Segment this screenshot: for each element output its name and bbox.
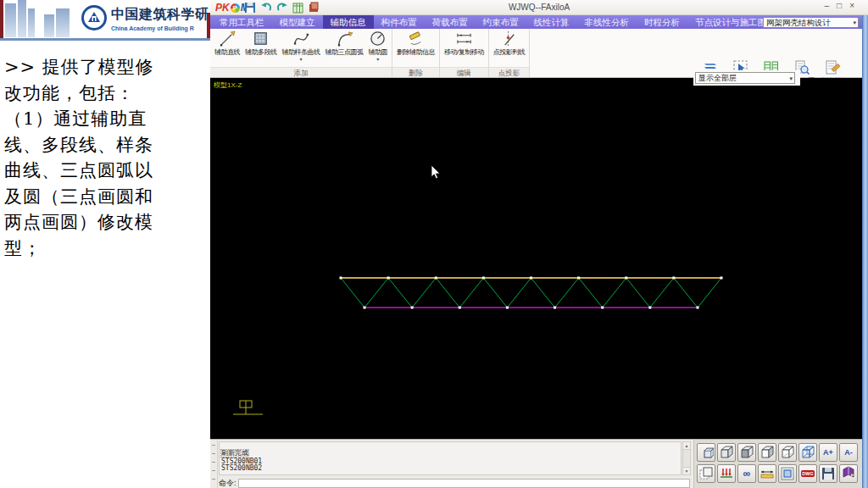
ruler-icon [760, 466, 775, 481]
save-button[interactable] [244, 2, 256, 14]
button-label: 移动/复制移动 [444, 47, 484, 57]
command-row: 命令: [219, 478, 690, 488]
slide-text-line: 及圆（三点画圆和 [4, 184, 210, 210]
group-label-edit: 编辑 [440, 67, 488, 77]
log-line: 刷新完成 [221, 450, 248, 457]
measure-button[interactable] [758, 464, 776, 483]
logo-letter: K [222, 2, 230, 14]
tab-nonlinear-analysis[interactable]: 非线性分析 [577, 15, 637, 29]
font-increase-button[interactable]: A+ [819, 443, 837, 462]
view-side-button[interactable] [758, 443, 776, 462]
group-label-add: 添加 [210, 67, 392, 77]
tab-load-layout[interactable]: 荷载布置 [425, 15, 476, 29]
axon-small-button[interactable] [697, 443, 715, 462]
button-label: 辅助三点圆弧 [326, 47, 364, 57]
statistics-query-icon [824, 59, 841, 76]
pkpm-window: P K P M WJWQ--FAxiloA – □ [210, 0, 868, 488]
cube-transparent-icon [800, 445, 815, 460]
command-input[interactable] [238, 479, 690, 488]
layer-select-value: 显示全部层 [698, 74, 737, 82]
scroll-down-icon[interactable]: ▼ [683, 467, 690, 474]
aux-spline-icon [292, 30, 310, 47]
button-label: 点投影到线 [493, 47, 526, 57]
font-decrease-button[interactable]: A- [839, 443, 858, 462]
view-perspective-button[interactable] [798, 443, 817, 462]
slide-text-line: 曲线、三点圆弧以 [4, 158, 210, 184]
view-toolbar: A+ A- ∞ DWG [693, 439, 862, 488]
delete-aux-info-button[interactable]: 删除辅助信息 [394, 30, 437, 57]
dwg-export-button[interactable]: DWG [798, 464, 817, 483]
aux-polyline-button[interactable]: 辅助多段线 [242, 30, 280, 57]
group-projection: 点投影到线 点投影 [489, 29, 531, 77]
brand-name-cn: 中国建筑科学研 [111, 6, 210, 24]
aux-circle-button[interactable]: 辅助圆 ▾ [366, 30, 391, 63]
logo-pinwheel-icon: P [231, 3, 240, 13]
tab-auxiliary-info[interactable]: 辅助信息 [323, 15, 374, 29]
aux-line-icon [219, 30, 236, 47]
button-label: 辅助样条曲线 [282, 47, 320, 57]
move-copy-button[interactable]: 移动/复制移动 [442, 30, 487, 57]
chevron-down-icon[interactable]: ▾ [299, 57, 302, 63]
viewport-icon [780, 466, 795, 481]
view-iso-button[interactable] [778, 443, 797, 462]
group-add: 辅助直线 辅助多段线 辅助样条曲线 ▾ 辅助三点圆弧 [210, 29, 392, 77]
tab-common-tools[interactable]: 常用工具栏 [212, 15, 272, 29]
aux-spline-button[interactable]: 辅助样条曲线 ▾ [280, 30, 323, 63]
tab-constraint-layout[interactable]: 约束布置 [476, 15, 526, 29]
tab-time-history[interactable]: 时程分析 [637, 15, 687, 29]
slide-body-text: >> 提供了模型修 改功能，包括： （1）通过辅助直 线、多段线、样条 曲线、三… [4, 54, 210, 261]
cube-side-icon [760, 445, 775, 460]
tab-joint-design[interactable]: 节点设计与施工图 [687, 15, 774, 29]
infinity-icon: ∞ [743, 468, 751, 480]
help-book-button[interactable] [839, 464, 858, 483]
window-scrollbar[interactable] [862, 15, 868, 488]
layer-select[interactable]: 显示全部层 ▾ [695, 72, 795, 84]
slide-text-line: 线、多段线、样条 [4, 132, 210, 158]
tab-linear-analysis[interactable]: 线性计算 [526, 15, 577, 29]
view-front-button[interactable] [737, 443, 756, 462]
panel-edge-ruler [210, 440, 218, 488]
save-view-button[interactable] [819, 464, 837, 483]
point-projection-button[interactable]: 点投影到线 [491, 30, 528, 57]
log-scrollbar[interactable]: ▲ ▼ [682, 441, 691, 475]
undo-button[interactable] [260, 2, 272, 14]
chevron-down-icon[interactable]: ▾ [376, 57, 379, 63]
buildings-graphic [44, 14, 54, 37]
aux-arc-icon [336, 30, 353, 47]
log-line: STS200NB01 [221, 458, 679, 465]
truss-drawing [210, 78, 862, 439]
mouse-cursor [431, 164, 441, 180]
buildings-graphic [5, 3, 16, 37]
design-module-select[interactable]: 网架网壳结构设计 ▾ [763, 17, 859, 28]
dwg-icon: DWG [801, 470, 814, 477]
snapshot-button[interactable] [309, 2, 320, 14]
select-region-button[interactable] [697, 464, 715, 483]
aux-line-button[interactable]: 辅助直线 [212, 30, 242, 57]
view-top-button[interactable] [717, 443, 736, 462]
ribbon-tabbar: 常用工具栏 模型建立 辅助信息 构件布置 荷载布置 约束布置 线性计算 非线性分… [210, 15, 868, 29]
maximize-button[interactable]: □ [837, 1, 842, 10]
quick-access-toolbar [244, 2, 320, 14]
message-log[interactable]: 刷新完成 STS200NB01 STS200NB02 [219, 441, 682, 475]
close-button[interactable]: × [849, 1, 854, 10]
cube-wire-icon [780, 445, 795, 460]
minimize-button[interactable]: – [825, 1, 830, 10]
tab-member-layout[interactable]: 构件布置 [374, 15, 425, 29]
chevron-down-icon: ▾ [853, 18, 856, 27]
aux-arc-button[interactable]: 辅助三点圆弧 [323, 30, 366, 57]
log-line: STS200NB02 [221, 465, 679, 472]
tab-model-build[interactable]: 模型建立 [272, 15, 323, 29]
group-delete: 删除辅助信息 删除 [392, 29, 440, 77]
redo-button[interactable] [276, 2, 288, 14]
show-loads-button[interactable] [717, 464, 736, 483]
logo-letter: P [215, 2, 222, 14]
ucs-axis-icon [232, 400, 264, 417]
loads-icon [719, 466, 734, 481]
viewport-button[interactable] [778, 464, 797, 483]
model-check-button[interactable] [292, 2, 304, 14]
infinity-button[interactable]: ∞ [737, 464, 756, 483]
scroll-up-icon[interactable]: ▲ [683, 442, 690, 450]
model-canvas[interactable]: 模型1X-Z [210, 78, 862, 439]
window-controls: – □ × [825, 1, 854, 10]
buildings-graphic [56, 8, 70, 37]
